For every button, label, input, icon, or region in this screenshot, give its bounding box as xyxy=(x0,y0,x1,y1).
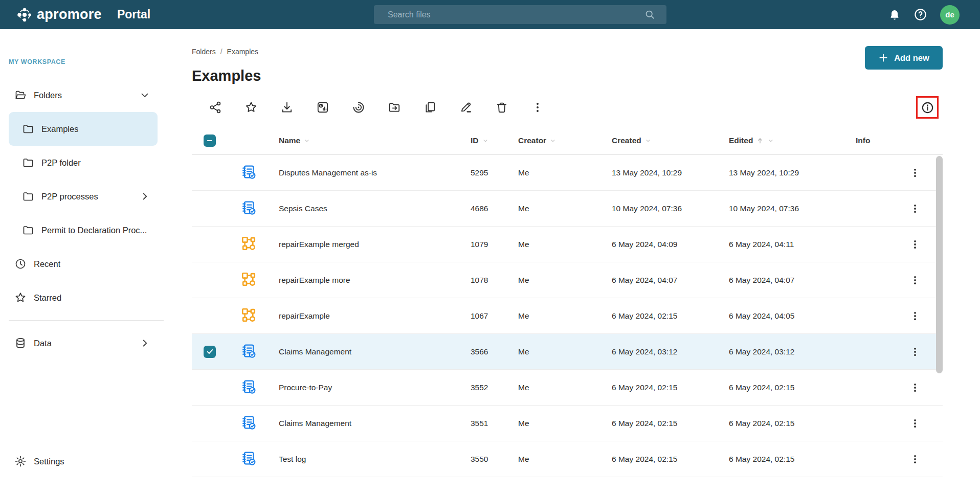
row-menu-button[interactable] xyxy=(909,238,921,251)
search-input[interactable] xyxy=(374,10,644,19)
process-model-icon xyxy=(240,307,257,325)
table-row[interactable]: Sepsis Cases 4686 Me 10 May 2024, 07:36 … xyxy=(192,191,943,227)
table-row[interactable]: Disputes Management as-is 5295 Me 13 May… xyxy=(192,155,943,191)
apromore-logo[interactable]: apromore xyxy=(17,7,102,23)
event-log-icon xyxy=(240,343,257,361)
row-id: 5295 xyxy=(463,168,511,177)
table-row[interactable]: repairExample 1067 Me 6 May 2024, 02:15 … xyxy=(192,298,943,334)
column-label: Name xyxy=(279,136,300,145)
help-icon[interactable] xyxy=(914,8,927,21)
row-creator: Me xyxy=(511,240,606,249)
row-menu-button[interactable] xyxy=(909,203,921,215)
user-avatar[interactable]: de xyxy=(940,5,960,25)
row-name[interactable]: repairExample more xyxy=(275,276,463,285)
breadcrumb-current[interactable]: Examples xyxy=(227,48,258,56)
table-row[interactable]: Procure-to-Pay 3552 Me 6 May 2024, 02:15… xyxy=(192,370,943,406)
row-created: 13 May 2024, 10:29 xyxy=(606,168,722,177)
sort-chevron-icon xyxy=(482,137,489,144)
row-menu-button[interactable] xyxy=(909,346,921,358)
column-label: Info xyxy=(856,136,870,145)
notifications-bell-icon[interactable] xyxy=(888,9,901,21)
column-header-name[interactable]: Name xyxy=(275,136,463,145)
sidebar-item-settings[interactable]: Settings xyxy=(9,451,158,472)
more-button[interactable] xyxy=(530,100,545,115)
row-menu-button[interactable] xyxy=(909,382,921,394)
sort-chevron-icon xyxy=(549,137,556,144)
sidebar-item-permit-to-declaration[interactable]: Permit to Declaration Proc... xyxy=(9,213,158,247)
column-header-edited[interactable]: Edited xyxy=(722,136,847,145)
chevron-right-icon xyxy=(139,191,150,202)
spiral-button[interactable] xyxy=(351,100,366,115)
column-header-creator[interactable]: Creator xyxy=(511,136,606,145)
sidebar-item-p2p-processes[interactable]: P2P processes xyxy=(9,180,158,213)
row-name[interactable]: Test log xyxy=(275,455,463,464)
database-icon xyxy=(14,337,27,349)
sidebar-item-starred[interactable]: Starred xyxy=(9,281,158,315)
star-icon xyxy=(14,292,27,304)
row-edited: 13 May 2024, 10:29 xyxy=(722,168,847,177)
row-menu-button[interactable] xyxy=(909,453,921,465)
sidebar-item-recent[interactable]: Recent xyxy=(9,247,158,281)
event-log-icon xyxy=(240,378,257,397)
row-menu-button[interactable] xyxy=(909,417,921,430)
row-creator: Me xyxy=(511,204,606,213)
add-new-button[interactable]: Add new xyxy=(865,46,943,70)
row-id: 1078 xyxy=(463,276,511,285)
breadcrumb-folders[interactable]: Folders xyxy=(192,48,216,56)
search-icon[interactable] xyxy=(644,9,655,20)
copy-button[interactable] xyxy=(423,100,437,115)
row-name[interactable]: Sepsis Cases xyxy=(275,204,463,213)
search-box xyxy=(374,5,666,24)
table-row[interactable]: repairExample merged 1079 Me 6 May 2024,… xyxy=(192,227,943,262)
row-name[interactable]: Procure-to-Pay xyxy=(275,383,463,392)
row-creator: Me xyxy=(511,168,606,177)
row-name[interactable]: Claims Management xyxy=(275,419,463,428)
delete-button[interactable] xyxy=(495,100,509,115)
table-row[interactable]: Test log 3550 Me 6 May 2024, 02:15 6 May… xyxy=(192,441,943,477)
table-row[interactable]: repairExample more 1078 Me 6 May 2024, 0… xyxy=(192,262,943,298)
folder-icon xyxy=(22,190,34,203)
process-model-icon xyxy=(240,271,257,289)
column-header-created[interactable]: Created xyxy=(606,136,722,145)
row-checkbox[interactable] xyxy=(204,346,216,358)
row-name[interactable]: Claims Management xyxy=(275,347,463,356)
row-menu-button[interactable] xyxy=(909,274,921,286)
download-button[interactable] xyxy=(280,100,294,115)
sidebar-item-data[interactable]: Data xyxy=(9,326,158,360)
kebab-menu-icon xyxy=(531,101,544,114)
row-menu-button[interactable] xyxy=(909,167,921,179)
sidebar-item-p2p-folder[interactable]: P2P folder xyxy=(9,146,158,180)
edit-button[interactable] xyxy=(459,100,473,115)
row-checkbox-cell[interactable] xyxy=(192,346,235,358)
share-button[interactable] xyxy=(208,100,222,115)
star-button[interactable] xyxy=(244,100,258,115)
row-menu-button[interactable] xyxy=(909,310,921,322)
row-name[interactable]: repairExample xyxy=(275,311,463,321)
column-header-id[interactable]: ID xyxy=(463,136,511,145)
breadcrumb: Folders / Examples xyxy=(192,48,980,56)
table-scrollbar[interactable] xyxy=(936,156,943,373)
table-row[interactable]: Claims Management 3551 Me 6 May 2024, 02… xyxy=(192,406,943,441)
table-row[interactable]: Claims Management 3566 Me 6 May 2024, 03… xyxy=(192,334,943,370)
sort-chevron-icon xyxy=(303,137,310,144)
sidebar-item-examples[interactable]: Examples xyxy=(9,112,158,146)
sidebar-item-folders[interactable]: Folders xyxy=(9,78,158,112)
row-edited: 10 May 2024, 07:36 xyxy=(722,204,847,213)
process-model-icon xyxy=(240,235,257,254)
row-edited: 6 May 2024, 02:15 xyxy=(722,455,847,464)
dashboard-button[interactable] xyxy=(316,100,330,115)
row-id: 3566 xyxy=(463,347,511,356)
sidebar-nav: Folders Examples P2P folder P2P pro xyxy=(0,78,164,360)
star-icon xyxy=(244,101,258,114)
sidebar: MY WORKSPACE Folders Examples xyxy=(0,29,164,493)
info-button[interactable] xyxy=(920,100,935,115)
apromore-logo-icon xyxy=(17,7,32,23)
row-name[interactable]: Disputes Management as-is xyxy=(275,168,463,177)
select-all-checkbox[interactable] xyxy=(204,135,216,147)
row-name[interactable]: repairExample merged xyxy=(275,240,463,249)
row-id: 4686 xyxy=(463,204,511,213)
row-id: 3551 xyxy=(463,419,511,428)
add-new-label: Add new xyxy=(894,53,929,63)
move-to-folder-button[interactable] xyxy=(387,100,402,115)
row-created: 6 May 2024, 02:15 xyxy=(606,311,722,321)
